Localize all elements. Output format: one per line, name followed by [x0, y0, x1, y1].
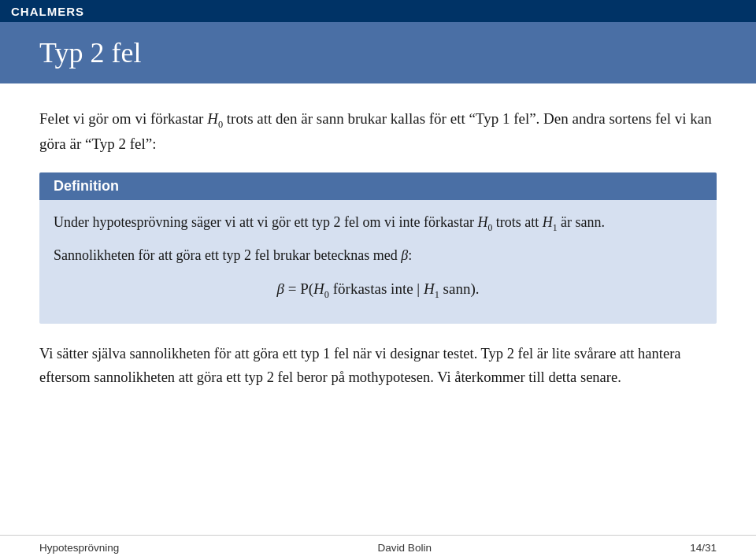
definition-header: Definition [39, 172, 717, 200]
intro-text: Felet vi gör om vi förkastar H0 trots at… [39, 107, 717, 155]
outro-text: Vi sätter själva sannolikheten för att g… [39, 343, 717, 389]
definition-box: Definition Under hypotesprövning säger v… [39, 172, 717, 324]
definition-text-1: Under hypotesprövning säger vi att vi gö… [54, 211, 702, 235]
header-bar: CHALMERS [0, 0, 756, 22]
footer-left: Hypotesprövning [39, 542, 119, 554]
beta-formula: β = P(H0 förkastas inte | H1 sann). [54, 277, 702, 303]
footer: Hypotesprövning David Bolin 14/31 [0, 535, 756, 560]
definition-text-2: Sannolikheten för att göra ett typ 2 fel… [54, 244, 702, 267]
footer-right: 14/31 [690, 542, 717, 554]
definition-body: Under hypotesprövning säger vi att vi gö… [39, 211, 717, 303]
chalmers-logo: CHALMERS [11, 5, 84, 18]
slide-title: Typ 2 fel [39, 36, 717, 69]
main-content: Felet vi gör om vi förkastar H0 trots at… [0, 83, 756, 535]
title-section: Typ 2 fel [0, 22, 756, 83]
footer-center: David Bolin [378, 542, 432, 554]
outro-paragraph-1: Vi sätter själva sannolikheten för att g… [39, 343, 717, 389]
